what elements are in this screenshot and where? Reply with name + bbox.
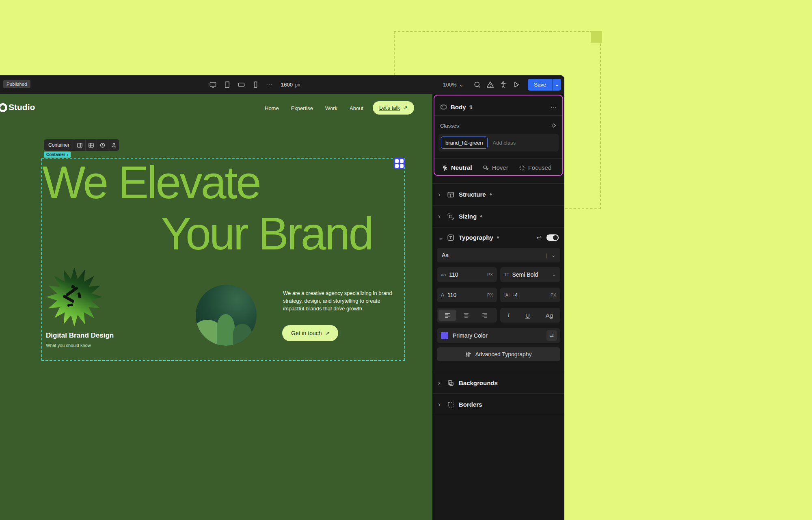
selected-element-label[interactable]: Body	[451, 104, 466, 110]
section-borders[interactable]: › Borders	[432, 393, 564, 415]
logo-mark-icon	[0, 103, 7, 112]
element-menu-icon[interactable]: ⋯	[551, 104, 557, 111]
advanced-typography-label: Advanced Typography	[475, 351, 531, 358]
get-in-touch-button[interactable]: Get in touch ↗	[282, 325, 338, 341]
lightning-icon	[442, 165, 448, 171]
warning-icon[interactable]	[486, 81, 494, 89]
state-tab-focused[interactable]: Focused	[519, 164, 552, 171]
line-height-unit[interactable]: PX	[487, 292, 493, 297]
reset-icon[interactable]: ↩	[536, 234, 542, 241]
nav-link-about[interactable]: About	[350, 105, 363, 111]
search-icon[interactable]	[473, 81, 481, 89]
class-input-area[interactable]: brand_h2-green Add class	[438, 134, 559, 152]
align-center-button[interactable]	[457, 310, 475, 321]
section-label: Sizing	[459, 213, 477, 220]
font-size-value[interactable]: 110	[449, 271, 458, 278]
chevron-down-icon: ⌄	[552, 272, 556, 277]
letter-spacing-value[interactable]: -4	[513, 292, 518, 298]
align-right-button[interactable]	[476, 310, 494, 321]
section-structure[interactable]: › Structure	[432, 183, 564, 205]
decor-dashed-right	[600, 31, 601, 209]
text-color-row[interactable]: Primary Color ⇄	[437, 328, 560, 343]
decor-dashed-top	[394, 31, 601, 32]
design-canvas[interactable]: Studio Home Expertise Work About Let's t…	[0, 94, 432, 520]
feature-title[interactable]: Digital Brand Design	[46, 332, 114, 340]
text-transform-button[interactable]: Ag	[546, 312, 553, 319]
clock-icon[interactable]	[97, 139, 108, 151]
landscape-icon[interactable]	[238, 81, 245, 89]
section-backgrounds[interactable]: › Backgrounds	[432, 372, 564, 394]
component-badge-icon[interactable]	[393, 158, 405, 169]
chevron-down-icon: ⌄	[551, 252, 555, 258]
color-link-button[interactable]: ⇄	[546, 330, 557, 341]
color-swatch[interactable]	[441, 332, 448, 339]
letter-spacing-field[interactable]: |A| -4 PX	[500, 288, 560, 302]
published-badge[interactable]: Published	[3, 80, 30, 88]
section-sizing[interactable]: › Sizing	[432, 205, 564, 227]
class-token[interactable]: brand_h2-green	[441, 136, 488, 149]
site-nav: Home Expertise Work About	[265, 94, 363, 122]
page: { "glyphs": { "ellipsis": "⋯", "chevron_…	[0, 0, 812, 520]
canvas-width-value[interactable]: 1600	[281, 82, 293, 88]
font-family-select[interactable]: Aa | ⌄	[437, 248, 560, 262]
section-typography[interactable]: ⌄ Typography ↩	[432, 227, 564, 247]
underline-button[interactable]: U	[525, 312, 530, 319]
decor-dashed-left	[394, 31, 395, 75]
play-icon[interactable]	[512, 81, 520, 89]
align-left-button[interactable]	[438, 310, 456, 321]
hero-heading-line2[interactable]: Your Brand	[161, 211, 372, 257]
nav-link-expertise[interactable]: Expertise	[291, 105, 313, 111]
columns-icon[interactable]	[74, 139, 85, 151]
save-split-button: Save ⌄	[528, 79, 561, 91]
section-label: Typography	[459, 234, 493, 241]
user-icon[interactable]	[108, 139, 119, 151]
line-height-value[interactable]: 110	[447, 292, 456, 298]
font-weight-select[interactable]: TT Semi Bold ⌄	[500, 267, 560, 282]
section-label: Backgrounds	[459, 379, 498, 386]
expand-classes-icon[interactable]	[551, 123, 557, 128]
tablet-icon[interactable]	[223, 81, 231, 89]
feature-subtitle[interactable]: What you should know	[46, 343, 91, 348]
add-class-placeholder[interactable]: Add class	[493, 140, 516, 146]
site-logo[interactable]: Studio	[4, 102, 35, 112]
font-weight-value[interactable]: Semi Bold	[512, 271, 538, 278]
font-size-field[interactable]: aa 110 PX	[437, 267, 497, 282]
desktop-icon[interactable]	[209, 81, 217, 89]
letter-spacing-unit[interactable]: PX	[551, 292, 556, 297]
zoom-control[interactable]: 100% ⌄	[443, 82, 463, 88]
swap-icon: ⇄	[550, 333, 554, 338]
modified-dot	[480, 215, 482, 217]
circle-image[interactable]	[196, 285, 257, 346]
advanced-typography-button[interactable]: Advanced Typography	[437, 347, 560, 361]
state-label: Neutral	[451, 164, 472, 171]
chevron-right-icon: ›	[438, 191, 444, 199]
element-switch-icon[interactable]: ⇅	[469, 104, 473, 110]
save-dropdown-button[interactable]: ⌄	[552, 79, 561, 91]
nav-link-home[interactable]: Home	[265, 105, 279, 111]
section-label: Structure	[459, 191, 486, 198]
state-label: Focused	[528, 164, 552, 171]
focus-sparkle-icon	[519, 165, 525, 171]
typography-toggle[interactable]	[546, 234, 559, 241]
about-paragraph[interactable]: We are a creative agency specializing in…	[283, 289, 397, 312]
grid-icon[interactable]	[85, 139, 97, 151]
accessibility-icon[interactable]	[499, 81, 507, 89]
toolbar-right-tools: 100% ⌄ Save ⌄	[443, 75, 561, 94]
align-left-icon	[444, 312, 451, 318]
style-panel: Body ⇅ ⋯ Classes brand_h2-green Add clas…	[432, 94, 564, 520]
font-size-unit[interactable]: PX	[487, 272, 493, 277]
nav-link-work[interactable]: Work	[325, 105, 337, 111]
sizing-icon	[447, 213, 454, 220]
phone-icon[interactable]	[252, 81, 259, 89]
lets-talk-button[interactable]: Let's talk ↗	[373, 101, 414, 115]
italic-button[interactable]: I	[508, 312, 510, 319]
starburst-graphic[interactable]	[46, 267, 102, 327]
state-tab-hover[interactable]: Hover	[483, 164, 508, 171]
line-height-field[interactable]: A 110 PX	[437, 288, 497, 302]
state-tab-neutral[interactable]: Neutral	[442, 164, 472, 171]
text-align-group	[437, 308, 497, 323]
element-selector-row: Body ⇅ ⋯	[434, 99, 562, 116]
save-button[interactable]: Save	[528, 79, 552, 91]
more-devices-icon[interactable]: ⋯	[266, 81, 272, 89]
hero-heading-line1[interactable]: We Elevate	[42, 160, 260, 206]
